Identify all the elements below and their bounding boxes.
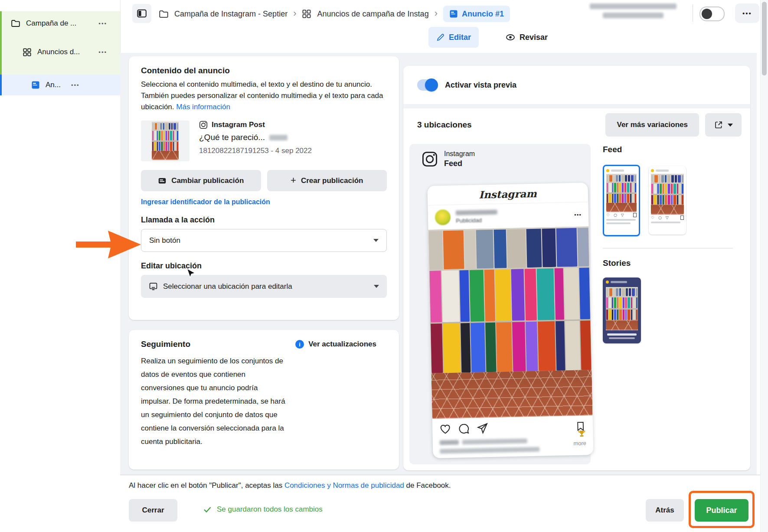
post-caption-area: more [433, 436, 594, 454]
header-divider [693, 4, 693, 22]
mini-post-image [606, 174, 637, 212]
breadcrumb-adset-link[interactable]: Anuncios de campaña de Instag [317, 10, 428, 19]
post-id-text: 18120822187191253 - 4 sep 2022 [199, 147, 312, 155]
enter-post-id-link[interactable]: Ingresar identificador de la publicación [141, 198, 387, 206]
avatar [651, 169, 654, 172]
avatar [435, 209, 451, 225]
plus-icon: + [291, 175, 296, 186]
change-post-button[interactable]: Cambiar publicación [141, 170, 261, 191]
pencil-icon [436, 33, 444, 42]
cta-select[interactable]: Sin botón [141, 229, 387, 252]
header-toggle[interactable] [699, 7, 725, 21]
sidebar-item-ad[interactable]: An... ••• [2, 75, 120, 95]
tracking-description: Realiza un seguimiento de los conjuntos … [141, 354, 286, 448]
mouse-cursor [186, 268, 196, 280]
publish-button[interactable]: Publicar [695, 499, 748, 522]
placements-header-row: 3 ubicaciones Ver más variaciones [403, 108, 750, 141]
preview-panel: Activar vista previa 3 ubicaciones Ver m… [403, 66, 750, 470]
toggle-knob [425, 78, 438, 91]
avatar [606, 169, 609, 172]
content-card-title: Contenido del anuncio [141, 66, 387, 75]
redacted-caption [606, 219, 636, 221]
post-meta: Instagram Post ¿Qué te pareció... 181208… [199, 121, 312, 155]
campaign-tree-sidebar: Campaña de ... ••• Anuncios d... ••• An.… [0, 0, 121, 532]
redacted-caption [462, 438, 527, 444]
tab-edit[interactable]: Editar [428, 27, 479, 48]
close-button[interactable]: Cerrar [129, 499, 177, 522]
placements-count-heading: 3 ubicaciones [417, 120, 472, 130]
create-post-button[interactable]: + Crear publicación [267, 170, 387, 191]
tab-review[interactable]: Revisar [498, 27, 556, 48]
ad-item-highlight: An... ••• [0, 75, 120, 95]
instagram-wordmark: Instagram [479, 187, 537, 200]
sidebar-item-adset[interactable]: Anuncios d... ••• [2, 42, 120, 62]
post-thumbnail-image [152, 122, 179, 160]
more-link[interactable]: more [573, 440, 586, 447]
post-image [428, 226, 593, 419]
post-caption-preview: ¿Qué te pareció... [199, 133, 265, 142]
placement-identifier: Instagram Feed [422, 150, 475, 168]
ads-manager-window: Campaña de ... ••• Anuncios d... ••• An.… [0, 0, 768, 532]
redacted-account-text [603, 13, 663, 18]
more-info-link[interactable]: Más información [176, 103, 230, 111]
adset-grid-icon [302, 9, 311, 19]
post-thumbnail-frame [141, 121, 190, 161]
collapse-sidebar-button[interactable] [132, 4, 151, 23]
breadcrumb-ad-current[interactable]: Anuncio #1 [443, 6, 510, 22]
edit-placement-value: Seleccionar una ubicación para editarla [163, 282, 292, 291]
breadcrumb-campaign-link[interactable]: Campaña de Instagram - Septier [174, 10, 288, 19]
ad-menu-button[interactable]: ••• [71, 82, 80, 88]
more-variations-button[interactable]: Ver más variaciones [605, 113, 699, 137]
check-icon [203, 505, 212, 514]
feed-variation-selected[interactable]: ♡ ○ ▽ [603, 165, 640, 236]
screen-icon [149, 282, 158, 291]
ad-content-card: Contenido del anuncio Selecciona el cont… [129, 56, 399, 320]
redacted-account-text [590, 3, 676, 9]
sidebar-item-campaign[interactable]: Campaña de ... ••• [2, 13, 120, 33]
redacted-caption [651, 222, 680, 223]
redacted-username [611, 170, 624, 172]
sidebar-toggle-icon [137, 9, 147, 18]
header-menu-button[interactable]: ••• [735, 3, 759, 23]
campaign-menu-button[interactable]: ••• [98, 20, 107, 27]
cta-selected-value: Sin botón [149, 236, 180, 245]
terms-link[interactable]: Condiciones y Normas de publicidad [284, 481, 404, 490]
trophy-icon [577, 429, 586, 438]
edit-placement-select[interactable]: Seleccionar una ubicación para editarla [141, 275, 387, 298]
like-icon[interactable] [439, 423, 451, 435]
scrollbar-thumb[interactable] [762, 2, 767, 75]
preview-toggle-row: Activar vista previa [403, 66, 750, 104]
preview-toggle[interactable] [417, 79, 437, 91]
campaign-group-highlight: Campaña de ... ••• Anuncios d... ••• [0, 11, 120, 75]
redacted-username [656, 170, 669, 172]
page-scrollbar[interactable] [760, 0, 768, 532]
feed-variation-alt[interactable]: ♡ ○ ▽ [649, 166, 686, 235]
mini-action-icons: ♡ ○ ▽ [606, 213, 625, 217]
tracking-card: Seguimiento i Ver actualizaciones Realiz… [129, 330, 399, 470]
post-card-icon [158, 176, 167, 185]
post-type-label: Instagram Post [212, 121, 265, 129]
adset-menu-button[interactable]: ••• [98, 49, 107, 55]
stories-variations-heading: Stories [603, 258, 631, 268]
back-button[interactable]: Atrás [646, 499, 684, 522]
tracking-card-title: Seguimiento [141, 339, 190, 349]
mini-post-image [651, 174, 684, 215]
chevron-right-icon: › [293, 9, 296, 18]
story-variation[interactable] [603, 277, 641, 343]
breadcrumb-ad-label: Anuncio #1 [462, 10, 504, 19]
footer-bar: Al hacer clic en el botón "Publicar", ac… [120, 475, 768, 532]
redacted-caption [440, 447, 539, 454]
share-icon[interactable] [477, 422, 489, 434]
mini-story-image [606, 287, 638, 330]
variations-divider [603, 248, 733, 248]
export-preview-button[interactable] [705, 113, 742, 137]
share-external-icon [714, 121, 723, 129]
selected-post-row: Instagram Post ¿Qué te pareció... 181208… [141, 121, 387, 161]
post-menu-button[interactable]: ••• [574, 211, 582, 218]
toggle-knob [702, 9, 712, 19]
comment-icon[interactable] [458, 423, 470, 435]
avatar [606, 281, 609, 284]
view-updates-link[interactable]: i Ver actualizaciones [295, 340, 376, 349]
instagram-icon [199, 121, 208, 129]
publish-disclaimer: Al hacer clic en el botón "Publicar", ac… [129, 481, 451, 490]
